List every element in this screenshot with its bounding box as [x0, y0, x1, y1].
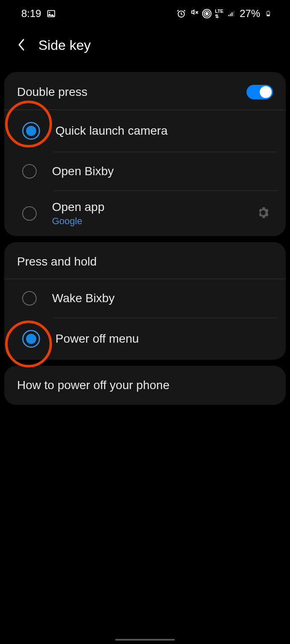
double-press-toggle[interactable]: [246, 85, 273, 99]
svg-point-3: [206, 12, 208, 15]
double-press-title: Double press: [17, 85, 87, 99]
info-text: How to power off your phone: [17, 378, 169, 392]
back-icon[interactable]: [17, 38, 26, 53]
radio-icon: [22, 206, 37, 221]
radio-selected-icon: [22, 122, 40, 140]
mute-icon: [189, 9, 199, 18]
double-press-section: Double press Quick launch camera Open Bi…: [4, 72, 286, 236]
signal-icon: [227, 9, 236, 18]
hotspot-icon: [202, 9, 212, 18]
radio-label: Power off menu: [55, 332, 139, 346]
lte-icon: LTE⇅: [215, 9, 223, 18]
svg-rect-7: [267, 11, 269, 12]
svg-rect-8: [267, 14, 270, 16]
radio-label: Open Bixby: [52, 165, 114, 178]
gear-icon[interactable]: [256, 205, 273, 222]
radio-label: Quick launch camera: [55, 124, 168, 138]
header: Side key: [0, 25, 290, 66]
home-indicator[interactable]: [115, 639, 175, 641]
battery-percent: 27%: [240, 8, 260, 20]
open-bixby-option[interactable]: Open Bixby: [4, 152, 286, 191]
radio-icon: [22, 291, 37, 306]
how-to-power-off[interactable]: How to power off your phone: [4, 366, 286, 405]
radio-selected-icon: [22, 330, 40, 348]
press-hold-title: Press and hold: [17, 255, 97, 269]
open-app-option[interactable]: Open app Google: [4, 191, 286, 236]
status-bar: 8:19 LTE⇅ 27%: [0, 0, 290, 25]
power-off-menu-option[interactable]: Power off menu: [4, 318, 286, 360]
wake-bixby-option[interactable]: Wake Bixby: [4, 279, 286, 318]
radio-label: Wake Bixby: [52, 292, 115, 305]
page-title: Side key: [38, 38, 91, 53]
quick-launch-camera-option[interactable]: Quick launch camera: [4, 110, 286, 152]
status-time: 8:19: [21, 8, 41, 20]
radio-icon: [22, 164, 37, 179]
battery-icon: [264, 9, 273, 18]
gallery-icon: [46, 9, 56, 18]
radio-label: Open app: [52, 200, 241, 214]
alarm-icon: [177, 9, 186, 18]
svg-point-1: [49, 12, 50, 13]
radio-sublabel: Google: [52, 216, 241, 227]
press-hold-section: Press and hold Wake Bixby Power off menu: [4, 242, 286, 360]
